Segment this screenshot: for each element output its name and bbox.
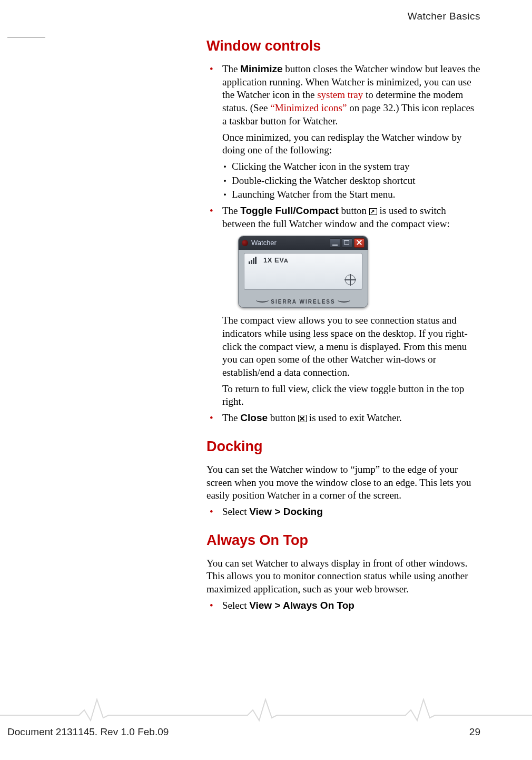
always-list: Select View > Always On Top [206,599,480,612]
minimize-label: Minimize [240,63,282,74]
device-screen: 1X EVᴀ [244,253,362,290]
toggle-view-icon[interactable] [342,238,352,248]
doc-id: Document 2131145. Rev 1.0 Feb.09 [7,726,169,737]
list-item: Select View > Always On Top [206,599,480,612]
list-item: The Minimize button closes the Watcher w… [206,63,480,201]
heading-always-on-top: Always On Top [206,531,480,550]
link-system-tray[interactable]: system tray [317,89,363,100]
text: is used to exit Watcher. [307,412,402,423]
compass-icon [345,275,356,285]
list-item: Double-clicking the Watcher desktop shor… [222,174,480,188]
brand-swoosh-icon [256,297,269,303]
close-icon[interactable] [354,238,364,248]
text: button [268,412,298,423]
list-item: The Close button is used to exit Watcher… [206,412,480,425]
docking-list: Select View > Docking [206,505,480,519]
list-item: Clicking the Watcher icon in the system … [222,160,480,173]
paragraph: To return to full view, click the view t… [222,383,480,408]
signal-icon [249,257,258,264]
close-x-icon [298,415,307,422]
running-header: Watcher Basics [408,11,480,22]
footer: Document 2131145. Rev 1.0 Feb.09 29 [7,726,480,738]
minimize-icon[interactable] [330,238,340,248]
device-status-text: 1X EVᴀ [263,256,289,265]
redisplay-sublist: Clicking the Watcher icon in the system … [222,160,480,201]
toggle-label: Toggle Full/Compact [240,205,338,216]
toggle-window-icon [369,208,377,215]
menu-path: View > Docking [249,506,323,517]
list-item: Launching Watcher from the Start menu. [222,188,480,201]
text: The [222,412,240,423]
text: button [339,205,369,216]
device-brand: SIERRA WIRELESS [239,297,368,305]
paragraph: You can set Watcher to always display in… [206,557,480,596]
page-number: 29 [469,726,480,738]
text: The [222,63,240,74]
device-titlebar: Watcher [239,236,368,250]
page: Watcher Basics Window controls The Minim… [0,0,532,760]
paragraph: Once minimized, you can redisplay the Wa… [222,131,480,157]
heading-docking: Docking [206,437,480,456]
brand-swoosh-icon [338,297,350,303]
paragraph: The compact view allows you to see conne… [222,314,480,379]
text: The [222,205,240,216]
top-rule [7,37,45,38]
compact-view-screenshot: Watcher 1X EVᴀ SIERRA WI [238,236,368,308]
brand-text: SIERRA WIRELESS [271,299,335,305]
text: Select [222,506,249,517]
footer-divider-icon [0,691,532,723]
device-title: Watcher [251,239,277,248]
close-label: Close [240,412,268,423]
main-content: Window controls The Minimize button clos… [206,37,480,616]
window-controls-list: The Minimize button closes the Watcher w… [206,63,480,425]
app-icon [242,240,248,246]
list-item: The Toggle Full/Compact button is used t… [206,204,480,408]
menu-path: View > Always On Top [249,600,354,611]
text: Select [222,600,249,611]
paragraph: You can set the Watcher window to “jump”… [206,463,480,502]
heading-window-controls: Window controls [206,37,480,55]
list-item: Select View > Docking [206,505,480,519]
link-minimized-icons[interactable]: “Minimized icons” [270,102,347,113]
